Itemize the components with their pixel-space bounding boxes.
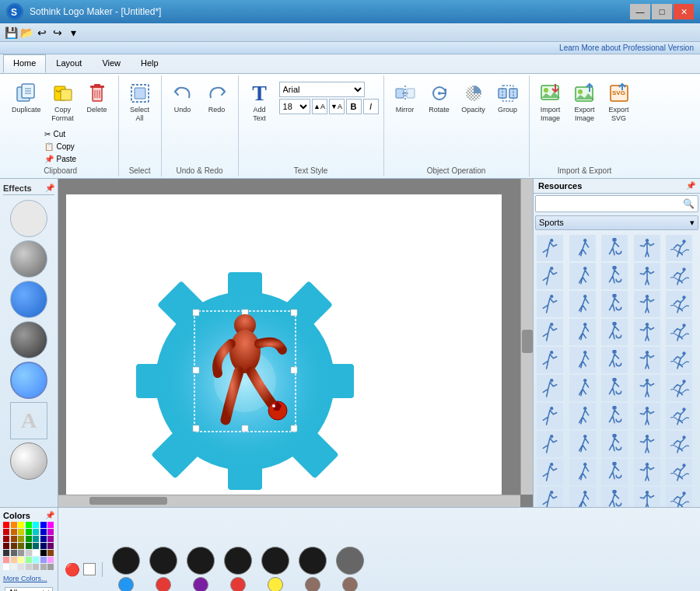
resource-item[interactable] bbox=[666, 375, 692, 401]
h-scroll-thumb[interactable] bbox=[89, 497, 167, 505]
color-cell[interactable] bbox=[33, 550, 39, 556]
resource-item[interactable] bbox=[666, 403, 692, 429]
learn-more-bar[interactable]: Learn More about Professional Version bbox=[0, 42, 700, 54]
resource-item[interactable] bbox=[666, 291, 692, 317]
effect-dark[interactable] bbox=[10, 321, 47, 358]
resource-item[interactable] bbox=[537, 319, 563, 345]
resource-item[interactable] bbox=[601, 263, 628, 289]
tab-home[interactable]: Home bbox=[3, 54, 46, 73]
color-cell[interactable] bbox=[47, 543, 54, 549]
resource-item[interactable] bbox=[569, 403, 596, 429]
color-cell[interactable] bbox=[26, 543, 32, 549]
color-cell[interactable] bbox=[11, 557, 17, 563]
swatch-group[interactable] bbox=[336, 547, 364, 591]
resource-item[interactable] bbox=[666, 319, 692, 345]
color-cell[interactable] bbox=[40, 543, 47, 549]
color-cell[interactable] bbox=[11, 529, 17, 535]
swatch-large[interactable] bbox=[224, 547, 252, 575]
color-cell[interactable] bbox=[18, 529, 24, 535]
color-cell[interactable] bbox=[47, 536, 54, 542]
tab-help[interactable]: Help bbox=[131, 54, 169, 73]
copy-format-button[interactable]: CopyFormat bbox=[47, 79, 79, 125]
resource-item[interactable] bbox=[634, 403, 660, 429]
save-button[interactable]: 💾 bbox=[3, 25, 19, 40]
color-cell[interactable] bbox=[18, 564, 24, 570]
resource-item[interactable] bbox=[569, 375, 596, 401]
color-cell[interactable] bbox=[3, 522, 9, 528]
add-text-button[interactable]: T AddText bbox=[243, 79, 276, 125]
resource-item[interactable] bbox=[601, 375, 628, 401]
rotate-button[interactable]: Rotate bbox=[423, 79, 456, 117]
canvas-scrollbar-v[interactable] bbox=[520, 179, 533, 495]
copy-button[interactable]: 📋 Copy bbox=[40, 141, 80, 152]
redo-button[interactable]: Redo bbox=[201, 79, 233, 117]
resource-item[interactable] bbox=[634, 459, 660, 485]
cut-button[interactable]: ✂ Cut bbox=[40, 128, 80, 140]
resource-item[interactable] bbox=[634, 319, 660, 345]
color-cell[interactable] bbox=[40, 536, 47, 542]
color-cell[interactable] bbox=[3, 529, 9, 535]
resource-item[interactable] bbox=[601, 291, 628, 317]
font-family-select[interactable]: Arial Times New Roman Verdana bbox=[279, 82, 365, 97]
resource-item[interactable] bbox=[634, 375, 660, 401]
font-size-up-icon[interactable]: ▲A bbox=[312, 99, 327, 114]
color-cell[interactable] bbox=[26, 522, 32, 528]
bold-button[interactable]: B bbox=[346, 99, 362, 114]
eyedropper-icon[interactable]: 🔴 bbox=[65, 562, 80, 577]
resource-item[interactable] bbox=[569, 263, 596, 289]
italic-button[interactable]: I bbox=[363, 99, 379, 114]
minimize-button[interactable]: — bbox=[630, 4, 650, 19]
color-cell[interactable] bbox=[18, 522, 24, 528]
resource-item[interactable] bbox=[537, 235, 563, 261]
color-cell[interactable] bbox=[33, 529, 39, 535]
paste-button[interactable]: 📌 Paste bbox=[40, 153, 80, 165]
swatch-small[interactable] bbox=[230, 577, 246, 591]
resource-item[interactable] bbox=[666, 263, 692, 289]
color-cell[interactable] bbox=[33, 564, 39, 570]
color-cell[interactable] bbox=[33, 543, 39, 549]
swatch-group[interactable] bbox=[149, 547, 177, 591]
color-cell[interactable] bbox=[40, 564, 47, 570]
mirror-button[interactable]: Mirror bbox=[389, 79, 422, 117]
color-cell[interactable] bbox=[40, 522, 47, 528]
color-cell[interactable] bbox=[26, 536, 32, 542]
resource-item[interactable] bbox=[537, 403, 563, 429]
color-cell[interactable] bbox=[3, 543, 9, 549]
resource-item[interactable] bbox=[634, 263, 660, 289]
resources-search-input[interactable] bbox=[539, 199, 683, 208]
tab-layout[interactable]: Layout bbox=[46, 54, 92, 73]
resource-item[interactable] bbox=[537, 459, 563, 485]
resources-search-box[interactable]: 🔍 bbox=[535, 195, 698, 212]
swatch-group[interactable] bbox=[261, 547, 289, 591]
color-cell[interactable] bbox=[18, 550, 24, 556]
effect-blue2-selected[interactable] bbox=[10, 362, 47, 399]
color-cell[interactable] bbox=[3, 564, 9, 570]
resource-item[interactable] bbox=[666, 459, 692, 485]
color-cell[interactable] bbox=[47, 557, 54, 563]
export-image-button[interactable]: ExportImage bbox=[569, 79, 601, 125]
color-cell[interactable] bbox=[18, 557, 24, 563]
resource-item[interactable] bbox=[569, 235, 596, 261]
color-cell[interactable] bbox=[33, 536, 39, 542]
color-cell[interactable] bbox=[47, 522, 54, 528]
color-cell[interactable] bbox=[26, 529, 32, 535]
resource-item[interactable] bbox=[601, 347, 628, 373]
duplicate-button[interactable]: Duplicate bbox=[8, 79, 45, 117]
swatch-group[interactable] bbox=[224, 547, 252, 591]
color-cell[interactable] bbox=[33, 557, 39, 563]
color-cell[interactable] bbox=[26, 557, 32, 563]
resource-item[interactable] bbox=[634, 431, 660, 457]
v-scroll-thumb[interactable] bbox=[522, 330, 533, 353]
open-button[interactable]: 📂 bbox=[19, 25, 34, 40]
undo-quick-button[interactable]: ↩ bbox=[34, 25, 50, 40]
resource-item[interactable] bbox=[634, 235, 660, 261]
resource-item[interactable] bbox=[569, 347, 596, 373]
swatch-group[interactable] bbox=[299, 547, 327, 591]
effect-text[interactable]: A bbox=[10, 402, 47, 439]
resources-category-dropdown[interactable]: Sports ▾ bbox=[535, 215, 698, 230]
delete-button[interactable]: Delete bbox=[81, 79, 114, 117]
font-size-select[interactable]: 18 12 24 36 bbox=[279, 99, 310, 114]
resource-item[interactable] bbox=[601, 487, 628, 507]
color-cell[interactable] bbox=[3, 550, 9, 556]
resource-item[interactable] bbox=[634, 291, 660, 317]
